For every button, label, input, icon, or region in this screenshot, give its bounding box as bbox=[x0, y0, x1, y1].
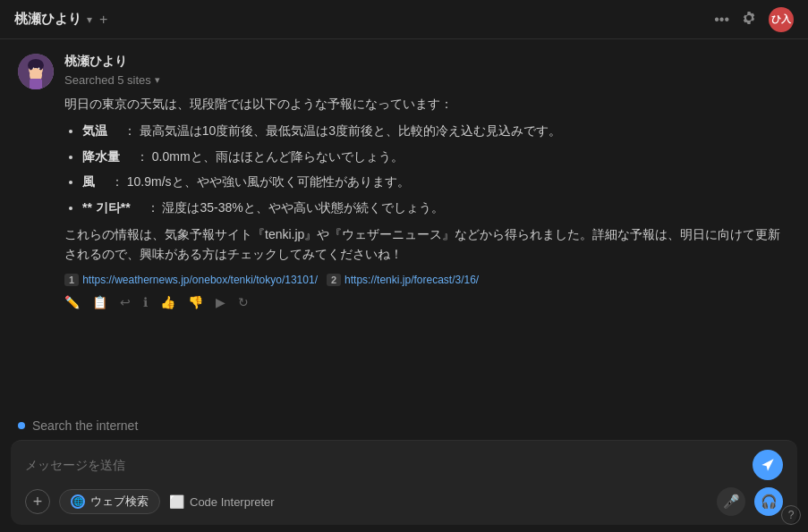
input-area: + 🌐 ウェブ検索 ⬜ Code Interpreter 🎤 🎧 bbox=[11, 440, 797, 525]
web-search-label: ウェブ検索 bbox=[90, 494, 149, 510]
thumbs-up-icon[interactable]: 👍 bbox=[160, 295, 175, 309]
copy-icon[interactable]: 📋 bbox=[92, 295, 107, 309]
searched-sites-label: Searched 5 sites bbox=[64, 73, 151, 87]
settings-icon[interactable] bbox=[742, 11, 756, 29]
web-search-button[interactable]: 🌐 ウェブ検索 bbox=[59, 489, 160, 514]
ref-2[interactable]: 2 https://tenki.jp/forecast/3/16/ bbox=[327, 274, 479, 286]
item-label-2: 風 bbox=[82, 174, 95, 189]
header: 桃瀬ひより ▾ + ••• ひ入 bbox=[0, 0, 808, 39]
headphone-button[interactable]: 🎧 bbox=[754, 487, 783, 516]
help-button[interactable]: ? bbox=[781, 505, 801, 525]
item-text-0: 最高気温は10度前後、最低気温は3度前後と、比較的冷え込む見込みです。 bbox=[140, 123, 561, 138]
item-label-0: 気温 bbox=[82, 123, 107, 138]
message-body: 明日の東京の天気は、現段階では以下のような予報になっています： 気温 ： 最高気… bbox=[64, 94, 790, 265]
ref-1[interactable]: 1 https://weathernews.jp/onebox/tenki/to… bbox=[64, 274, 318, 286]
list-item: 風 ： 10.9m/sと、やや強い風が吹く可能性があります。 bbox=[82, 172, 790, 191]
item-sep-0: ： bbox=[111, 123, 136, 138]
code-interpreter-button[interactable]: ⬜ Code Interpreter bbox=[169, 494, 275, 509]
user-avatar[interactable]: ひ入 bbox=[769, 7, 794, 32]
web-icon: 🌐 bbox=[71, 494, 85, 509]
action-bar: ✏️ 📋 ↩ ℹ 👍 👎 ▶ ↻ bbox=[64, 295, 790, 309]
input-row bbox=[25, 450, 783, 480]
new-chat-button[interactable]: + bbox=[99, 12, 107, 28]
svg-rect-8 bbox=[30, 79, 42, 89]
message-intro: 明日の東京の天気は、現段階では以下のような予報になっています： bbox=[64, 94, 790, 114]
chevron-down-icon[interactable]: ▾ bbox=[87, 13, 92, 26]
search-internet-row: Search the internet bbox=[0, 411, 808, 440]
edit-icon[interactable]: ✏️ bbox=[64, 295, 80, 309]
attach-button[interactable]: + bbox=[25, 489, 50, 514]
weather-list: 気温 ： 最高気温は10度前後、最低気温は3度前後と、比較的冷え込む見込みです。… bbox=[64, 121, 790, 217]
message-content: 桃瀬ひより Searched 5 sites ▾ 明日の東京の天気は、現段階では… bbox=[64, 54, 790, 309]
item-sep-1: ： bbox=[123, 149, 149, 164]
blue-dot-icon bbox=[18, 422, 25, 429]
code-icon: ⬜ bbox=[169, 494, 184, 509]
message-input[interactable] bbox=[25, 454, 753, 476]
code-interpreter-label: Code Interpreter bbox=[190, 495, 275, 509]
chat-area: 桃瀬ひより Searched 5 sites ▾ 明日の東京の天気は、現段階では… bbox=[0, 39, 808, 411]
help-label: ? bbox=[788, 509, 795, 521]
item-text-2: 10.9m/sと、やや強い風が吹く可能性があります。 bbox=[127, 174, 410, 189]
ref-url-2[interactable]: https://tenki.jp/forecast/3/16/ bbox=[344, 274, 479, 286]
agent-avatar-image bbox=[18, 54, 54, 89]
header-title: 桃瀬ひより bbox=[14, 11, 81, 28]
send-button[interactable] bbox=[753, 450, 783, 480]
toolbar-row: + 🌐 ウェブ検索 ⬜ Code Interpreter 🎤 🎧 bbox=[25, 487, 783, 516]
avatar bbox=[18, 54, 54, 89]
assistant-message: 桃瀬ひより Searched 5 sites ▾ 明日の東京の天気は、現段階では… bbox=[18, 54, 790, 309]
ref-url-1[interactable]: https://weathernews.jp/onebox/tenki/toky… bbox=[82, 274, 318, 286]
item-sep-3: ： bbox=[134, 200, 159, 215]
list-item: 降水量 ： 0.0mmと、雨はほとんど降らないでしょう。 bbox=[82, 147, 790, 166]
ellipsis-icon[interactable]: ••• bbox=[714, 12, 729, 28]
item-text-3: 湿度は35-38%と、やや高い状態が続くでしょう。 bbox=[162, 200, 443, 215]
item-sep-2: ： bbox=[98, 174, 123, 189]
item-label-3: ** 기타** bbox=[82, 200, 131, 215]
info-icon[interactable]: ℹ bbox=[143, 295, 148, 309]
play-icon[interactable]: ▶ bbox=[216, 295, 225, 309]
undo-icon[interactable]: ↩ bbox=[120, 295, 131, 309]
searched-sites-chevron[interactable]: ▾ bbox=[155, 74, 160, 86]
message-outro: これらの情報は、気象予報サイト『tenki.jp』や『ウェザーニュース』などから… bbox=[64, 224, 790, 265]
searched-sites-row[interactable]: Searched 5 sites ▾ bbox=[64, 73, 790, 87]
agent-name: 桃瀬ひより bbox=[64, 54, 127, 70]
item-text-1: 0.0mmと、雨はほとんど降らないでしょう。 bbox=[152, 149, 404, 164]
refresh-icon[interactable]: ↻ bbox=[238, 295, 249, 309]
list-item: 気温 ： 最高気温は10度前後、最低気温は3度前後と、比較的冷え込む見込みです。 bbox=[82, 121, 790, 140]
item-label-1: 降水量 bbox=[82, 149, 120, 164]
references: 1 https://weathernews.jp/onebox/tenki/to… bbox=[64, 274, 790, 286]
thumbs-down-icon[interactable]: 👎 bbox=[188, 295, 203, 309]
search-internet-label: Search the internet bbox=[32, 418, 138, 433]
list-item: ** 기타** ： 湿度は35-38%と、やや高い状態が続くでしょう。 bbox=[82, 198, 790, 217]
message-header: 桃瀬ひより bbox=[64, 54, 790, 70]
mic-button[interactable]: 🎤 bbox=[717, 487, 745, 516]
